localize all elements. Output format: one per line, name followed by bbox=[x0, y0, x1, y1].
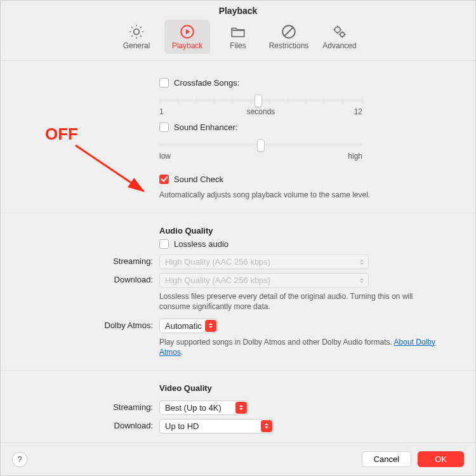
tab-general[interactable]: General bbox=[114, 20, 159, 54]
enhancer-checkbox-input[interactable] bbox=[159, 122, 169, 132]
video-download-select[interactable]: Up to HD bbox=[159, 419, 274, 433]
svg-line-2 bbox=[285, 28, 293, 36]
gears-icon bbox=[331, 23, 348, 40]
audio-quality-section: Audio Quality Lossless audio Streaming: … bbox=[1, 213, 475, 371]
enhancer-thumb[interactable] bbox=[257, 139, 265, 152]
crossfade-thumb[interactable] bbox=[255, 95, 262, 107]
enhancer-min: low bbox=[159, 152, 171, 161]
video-download-label: Download: bbox=[20, 419, 159, 430]
help-button[interactable]: ? bbox=[12, 452, 27, 467]
folder-icon bbox=[230, 23, 246, 40]
soundcheck-checkbox[interactable]: Sound Check bbox=[159, 175, 223, 184]
video-quality-section: Video Quality Streaming: Best (Up to 4K)… bbox=[1, 371, 475, 442]
soundcheck-desc: Automatically adjusts song playback volu… bbox=[159, 190, 439, 200]
enhancer-label: Sound Enhancer: bbox=[174, 122, 237, 132]
tab-bar: General Playback Files Restrictions Adva… bbox=[1, 18, 475, 60]
atmos-label: Dolby Atmos: bbox=[20, 319, 159, 330]
crossfade-checkbox[interactable]: Crossfade Songs: bbox=[159, 78, 239, 88]
lossless-note: Lossless files preserve every detail of … bbox=[159, 291, 439, 312]
download-label: Download: bbox=[20, 273, 159, 284]
audio-quality-heading: Audio Quality bbox=[159, 226, 439, 235]
tab-label: Files bbox=[230, 41, 246, 50]
streaming-quality-select[interactable]: High Quality (AAC 256 kbps) bbox=[159, 255, 369, 269]
enhancer-checkbox[interactable]: Sound Enhancer: bbox=[159, 122, 237, 132]
streaming-label: Streaming: bbox=[20, 255, 159, 266]
cancel-button[interactable]: Cancel bbox=[362, 451, 411, 467]
crossfade-min: 1 bbox=[159, 107, 164, 116]
soundcheck-checkbox-input[interactable] bbox=[159, 175, 169, 184]
tab-restrictions[interactable]: Restrictions bbox=[266, 20, 312, 54]
atmos-select[interactable]: Automatic bbox=[159, 319, 218, 333]
video-quality-heading: Video Quality bbox=[159, 383, 439, 393]
enhancer-slider[interactable] bbox=[159, 138, 362, 150]
download-quality-select[interactable]: High Quality (AAC 256 kbps) bbox=[159, 273, 369, 288]
restrictions-icon bbox=[281, 23, 297, 40]
tab-playback[interactable]: Playback bbox=[164, 20, 210, 54]
tab-files[interactable]: Files bbox=[215, 20, 261, 54]
lossless-checkbox[interactable]: Lossless audio bbox=[159, 239, 228, 249]
crossfade-label: Crossfade Songs: bbox=[174, 78, 239, 88]
soundcheck-label: Sound Check bbox=[174, 175, 223, 184]
video-streaming-label: Streaming: bbox=[20, 400, 159, 412]
gear-icon bbox=[128, 23, 145, 40]
content-scroll[interactable]: Crossfade Songs: 1 seconds 12 bbox=[1, 58, 475, 442]
crossfade-max: 12 bbox=[354, 107, 362, 116]
tab-label: Advanced bbox=[322, 41, 356, 50]
tab-advanced[interactable]: Advanced bbox=[317, 20, 362, 54]
tab-label: General bbox=[123, 41, 150, 50]
lossless-label: Lossless audio bbox=[174, 239, 228, 249]
crossfade-checkbox-input[interactable] bbox=[159, 78, 169, 88]
atmos-note: Play supported songs in Dolby Atmos and … bbox=[159, 337, 439, 357]
crossfade-mid: seconds bbox=[247, 107, 275, 116]
video-streaming-select[interactable]: Best (Up to 4K) bbox=[159, 400, 248, 415]
window-title: Playback bbox=[1, 1, 475, 18]
lossless-checkbox-input[interactable] bbox=[159, 239, 169, 249]
svg-point-3 bbox=[334, 27, 340, 32]
ok-button[interactable]: OK bbox=[418, 451, 464, 467]
svg-point-4 bbox=[340, 32, 345, 37]
crossfade-slider[interactable] bbox=[159, 93, 362, 106]
play-icon bbox=[179, 23, 195, 40]
playback-section: Crossfade Songs: 1 seconds 12 bbox=[1, 58, 475, 213]
tab-label: Playback bbox=[172, 41, 203, 50]
footer: ? Cancel OK bbox=[1, 442, 475, 475]
enhancer-max: high bbox=[348, 152, 362, 161]
tab-label: Restrictions bbox=[269, 41, 309, 50]
preferences-window: Playback General Playback Files Restrict… bbox=[0, 0, 476, 476]
